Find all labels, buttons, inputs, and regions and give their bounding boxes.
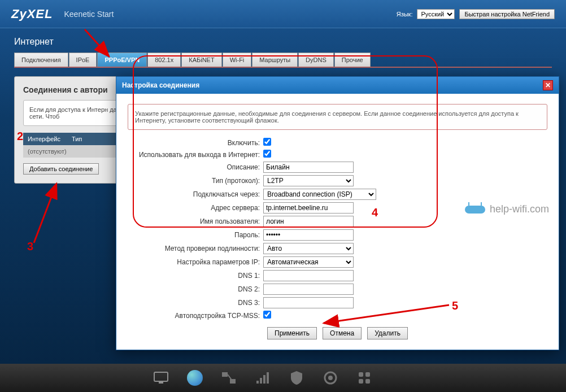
- password-input[interactable]: [263, 229, 354, 241]
- tab-8021x[interactable]: 802.1x: [147, 53, 181, 67]
- dock-network-icon[interactable]: [220, 369, 237, 386]
- dns2-input[interactable]: [263, 284, 354, 295]
- svg-rect-13: [267, 372, 269, 384]
- label-dns3: DNS 3:: [128, 299, 263, 307]
- label-dns1: DNS 1:: [128, 272, 263, 280]
- form: Включить: Использовать для выхода в Инте…: [128, 138, 547, 339]
- tcp-mss-checkbox[interactable]: [263, 311, 271, 319]
- tab-other[interactable]: Прочие: [334, 53, 371, 67]
- product-name: Keenetic Start: [64, 10, 114, 19]
- tabs-bar: Подключения IPoE PPPoE/VPN 802.1x КАБiNE…: [0, 53, 566, 67]
- svg-rect-16: [359, 372, 363, 377]
- label-auth: Метод проверки подлинности:: [128, 245, 263, 252]
- server-address-input[interactable]: [263, 202, 354, 214]
- add-connection-button[interactable]: Добавить соединение: [23, 163, 99, 175]
- dock-gear-icon[interactable]: [322, 369, 339, 386]
- modal-title: Настройка соединения: [122, 81, 199, 89]
- svg-rect-18: [359, 379, 363, 384]
- quick-setup-button[interactable]: Быстрая настройка NetFriend: [459, 9, 555, 19]
- tab-connections[interactable]: Подключения: [14, 53, 68, 67]
- modal-info: Укажите регистрационные данные, необходи…: [128, 104, 547, 130]
- svg-rect-5: [154, 372, 168, 381]
- tab-wifi[interactable]: Wi-Fi: [223, 53, 252, 67]
- tab-routes[interactable]: Маршруты: [252, 53, 298, 67]
- modal-header: Настройка соединения ✕: [116, 77, 559, 94]
- use-internet-checkbox[interactable]: [263, 150, 271, 158]
- dock-globe-icon[interactable]: [186, 369, 203, 386]
- connect-via-select[interactable]: Broadband connection (ISP): [263, 189, 376, 200]
- lang-area: Язык: Русский Быстрая настройка NetFrien…: [397, 9, 555, 19]
- svg-rect-12: [263, 375, 265, 384]
- svg-rect-11: [260, 378, 262, 384]
- label-user: Имя пользователя:: [128, 217, 263, 225]
- auth-method-select[interactable]: Авто: [263, 243, 354, 254]
- close-icon[interactable]: ✕: [543, 80, 553, 90]
- delete-button[interactable]: Удалить: [367, 327, 408, 339]
- annotation-3: 3: [27, 240, 33, 253]
- svg-rect-7: [222, 372, 228, 377]
- ip-settings-select[interactable]: Автоматическая: [263, 256, 354, 268]
- tab-underline: [14, 67, 552, 68]
- label-pass: Пароль:: [128, 231, 263, 239]
- label-desc: Описание:: [128, 163, 263, 171]
- svg-rect-17: [365, 372, 370, 377]
- dock-signal-icon[interactable]: [254, 369, 271, 386]
- svg-rect-19: [365, 379, 370, 384]
- page-title: Интернет: [0, 28, 566, 53]
- label-type: Тип (протокол):: [128, 177, 263, 185]
- tab-ipoe[interactable]: IPoE: [69, 53, 97, 67]
- label-mss: Автоподстройка TCP-MSS:: [128, 312, 263, 320]
- dock-monitor-icon[interactable]: [153, 369, 169, 386]
- label-enable: Включить:: [128, 139, 263, 147]
- lang-select[interactable]: Русский: [417, 9, 455, 19]
- dns1-input[interactable]: [263, 270, 354, 281]
- dock: [0, 364, 566, 392]
- logo: ZyXEL: [11, 7, 53, 21]
- th-interface: Интерфейс: [28, 136, 60, 142]
- username-input[interactable]: [263, 216, 354, 227]
- svg-rect-6: [159, 382, 163, 384]
- dock-apps-icon[interactable]: [356, 369, 373, 386]
- svg-line-2: [34, 184, 56, 243]
- dns3-input[interactable]: [263, 297, 354, 308]
- label-use-internet: Использовать для выхода в Интернет:: [128, 151, 263, 159]
- svg-rect-10: [256, 381, 259, 384]
- enable-checkbox[interactable]: [263, 138, 271, 146]
- modal-buttons: Применить Отмена Удалить: [128, 327, 547, 339]
- connection-settings-modal: Настройка соединения ✕ Укажите регистрац…: [116, 76, 559, 350]
- label-via: Подключаться через:: [128, 190, 263, 198]
- label-server: Адрес сервера:: [128, 204, 263, 212]
- modal-body: Укажите регистрационные данные, необходи…: [116, 94, 559, 350]
- tab-pppoe-vpn[interactable]: PPPoE/VPN: [97, 53, 147, 67]
- apply-button[interactable]: Применить: [267, 327, 317, 339]
- th-type: Тип: [72, 136, 82, 142]
- dock-shield-icon[interactable]: [288, 369, 305, 386]
- label-ip: Настройка параметров IP:: [128, 258, 263, 266]
- description-input[interactable]: [263, 162, 354, 173]
- svg-point-15: [328, 376, 333, 380]
- type-select[interactable]: L2TP: [263, 175, 354, 186]
- tab-kabinet[interactable]: КАБiNET: [181, 53, 221, 67]
- lang-label: Язык:: [397, 11, 413, 18]
- cancel-button[interactable]: Отмена: [323, 327, 362, 339]
- tab-dydns[interactable]: DyDNS: [298, 53, 334, 67]
- label-dns2: DNS 2:: [128, 285, 263, 293]
- header: ZyXEL Keenetic Start Язык: Русский Быстр…: [0, 0, 566, 28]
